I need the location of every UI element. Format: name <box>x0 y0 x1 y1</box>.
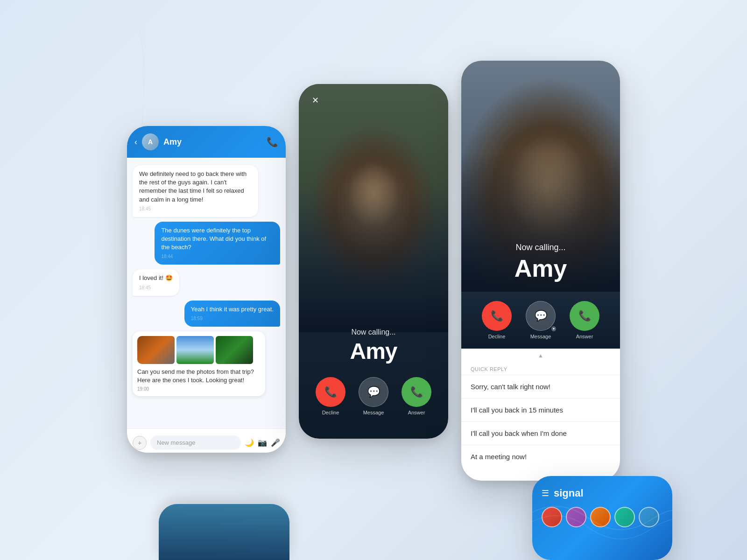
photo-thumbnail <box>176 336 214 364</box>
decline-group: 📞 Decline <box>482 301 512 339</box>
message-text: I loved it! 🤩 <box>139 274 173 281</box>
call-reply-buttons: 📞 Decline 💬 ▾ Message 📞 Answer <box>461 292 620 349</box>
call-reply-name: Amy <box>461 254 620 282</box>
message-group: 💬 ▾ Message <box>526 301 556 339</box>
call-reply-info: Now calling... Amy <box>461 243 620 282</box>
message-group: 💬 Message <box>359 377 388 415</box>
message-time: 18:44 <box>161 253 274 260</box>
decline-button[interactable]: 📞 <box>482 301 512 331</box>
answer-label: Answer <box>576 334 593 339</box>
chat-avatar: A <box>142 133 159 150</box>
phone-call-reply: Now calling... Amy 📞 Decline 💬 ▾ Message <box>461 61 620 481</box>
decline-label: Decline <box>322 410 339 415</box>
chat-messages: We definitely need to go back there with… <box>127 158 286 428</box>
answer-label: Answer <box>408 410 425 415</box>
call-icon[interactable]: 📞 <box>267 136 278 147</box>
decline-label: Decline <box>488 334 506 339</box>
quick-reply-item[interactable]: I'll call you back in 15 minutes <box>461 398 620 421</box>
phone-call-center: ✕ Now calling... Amy 📞 Decline 💬 Message <box>299 84 448 439</box>
close-button[interactable]: ✕ <box>308 93 322 107</box>
emoji-icon[interactable]: 🌙 <box>245 438 254 447</box>
call-reply-status: Now calling... <box>461 243 620 252</box>
photo-thumbnail <box>137 336 175 364</box>
answer-group: 📞 Answer <box>402 377 431 415</box>
chat-input-bar: + New message 🌙 📷 🎤 <box>127 428 286 453</box>
add-attachment-button[interactable]: + <box>133 436 147 450</box>
photo-message-card: Can you send me the photos from that tri… <box>133 331 265 396</box>
input-icon-group: 🌙 📷 🎤 <box>245 438 280 447</box>
caller-name: Amy <box>350 338 397 364</box>
message-bubble: Yeah I think it was pretty great. 18:59 <box>184 301 280 327</box>
message-text: The dunes were definitely the top destin… <box>161 227 266 251</box>
decline-group: 📞 Decline <box>316 377 345 415</box>
photo-time: 19:00 <box>137 386 261 392</box>
quick-reply-header: Quick reply <box>461 361 620 375</box>
message-time: 18:45 <box>139 285 173 291</box>
call-reply-photo: Now calling... Amy <box>461 61 620 292</box>
message-bubble: I loved it! 🤩 18:45 <box>133 269 179 295</box>
photo-thumbnail <box>216 336 253 364</box>
message-bubble: The dunes were definitely the top destin… <box>155 222 280 265</box>
quick-reply-item[interactable]: I'll call you back when I'm done <box>461 421 620 445</box>
message-button[interactable]: 💬 ▾ <box>526 301 556 331</box>
phone-signal-partial: ☰ signal <box>532 476 672 560</box>
photo-caption: Can you send me the photos from that tri… <box>137 368 261 385</box>
phone-chat: ‹ A Amy 📞 We definitely need to go back … <box>127 126 286 453</box>
mic-icon[interactable]: 🎤 <box>271 438 280 447</box>
message-text: We definitely need to go back there with… <box>139 170 247 203</box>
message-label: Message <box>363 410 384 415</box>
call-info: Now calling... Amy <box>350 328 397 364</box>
answer-group: 📞 Answer <box>570 301 599 339</box>
call-status-text: Now calling... <box>350 328 397 336</box>
caller-photo <box>299 84 448 332</box>
message-time: 18:45 <box>139 206 252 212</box>
message-time: 18:59 <box>191 315 274 322</box>
quick-reply-item[interactable]: At a meeting now! <box>461 445 620 468</box>
signal-app-bar: ☰ signal <box>532 476 672 560</box>
message-bubble: We definitely need to go back there with… <box>133 165 258 217</box>
photo-row <box>137 336 261 364</box>
phone-bottom-partial-left <box>159 504 289 560</box>
call-background: ✕ Now calling... Amy 📞 Decline 💬 Message <box>299 84 448 439</box>
message-input[interactable]: New message <box>150 435 241 450</box>
camera-icon[interactable]: 📷 <box>258 438 267 447</box>
chat-contact-name: Amy <box>163 137 262 147</box>
answer-button[interactable]: 📞 <box>402 377 431 407</box>
quick-reply-section: ▲ Quick reply Sorry, can't talk right no… <box>461 349 620 481</box>
decline-button[interactable]: 📞 <box>316 377 345 407</box>
message-text: Yeah I think it was pretty great. <box>191 306 274 313</box>
message-label: Message <box>530 334 551 339</box>
back-button[interactable]: ‹ <box>134 137 137 147</box>
face-gradient-overlay <box>299 183 448 332</box>
answer-button[interactable]: 📞 <box>570 301 599 331</box>
quick-reply-item[interactable]: Sorry, can't talk right now! <box>461 375 620 398</box>
pull-indicator: ▲ <box>461 349 620 361</box>
call-action-buttons: 📞 Decline 💬 Message 📞 Answer <box>316 377 431 415</box>
chat-header: ‹ A Amy 📞 <box>127 126 286 158</box>
message-button[interactable]: 💬 <box>359 377 388 407</box>
